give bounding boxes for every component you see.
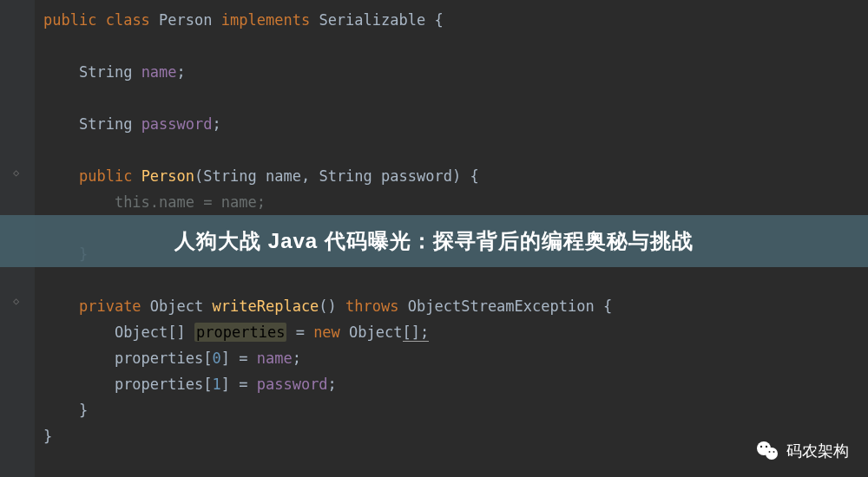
error-underline: [] bbox=[403, 323, 420, 342]
code-line bbox=[43, 85, 868, 111]
code-line: } bbox=[43, 397, 868, 423]
gutter-marker-icon: ◇ bbox=[13, 295, 22, 304]
code-line: } bbox=[43, 423, 868, 449]
svg-point-4 bbox=[769, 451, 771, 453]
gutter-marker-icon: ◇ bbox=[13, 167, 22, 175]
code-line: properties[0] = name; bbox=[43, 345, 868, 371]
banner-title: 人狗大战 Java 代码曝光：探寻背后的编程奥秘与挑战 bbox=[174, 227, 694, 255]
title-banner: 人狗大战 Java 代码曝光：探寻背后的编程奥秘与挑战 bbox=[0, 215, 868, 267]
code-line bbox=[43, 137, 868, 163]
code-line bbox=[43, 33, 868, 59]
watermark-label: 码农架构 bbox=[786, 441, 849, 461]
code-line bbox=[43, 267, 868, 293]
wechat-icon bbox=[755, 441, 779, 461]
svg-point-3 bbox=[766, 446, 767, 448]
code-line: String password; bbox=[43, 111, 868, 137]
watermark: 码农架构 bbox=[755, 441, 849, 461]
svg-point-5 bbox=[773, 451, 775, 453]
code-line: private Object writeReplace() throws Obj… bbox=[43, 293, 868, 319]
code-line: Object[] properties = new Object[]; bbox=[43, 319, 868, 345]
code-line: properties[1] = password; bbox=[43, 371, 868, 397]
highlighted-variable: properties bbox=[194, 323, 286, 342]
code-line: public Person(String name, String passwo… bbox=[43, 163, 868, 189]
code-line: this.name = name; bbox=[43, 189, 868, 215]
code-line: String name; bbox=[43, 59, 868, 85]
svg-point-1 bbox=[766, 448, 778, 460]
code-line: public class Person implements Serializa… bbox=[43, 7, 868, 33]
svg-point-2 bbox=[760, 446, 762, 448]
